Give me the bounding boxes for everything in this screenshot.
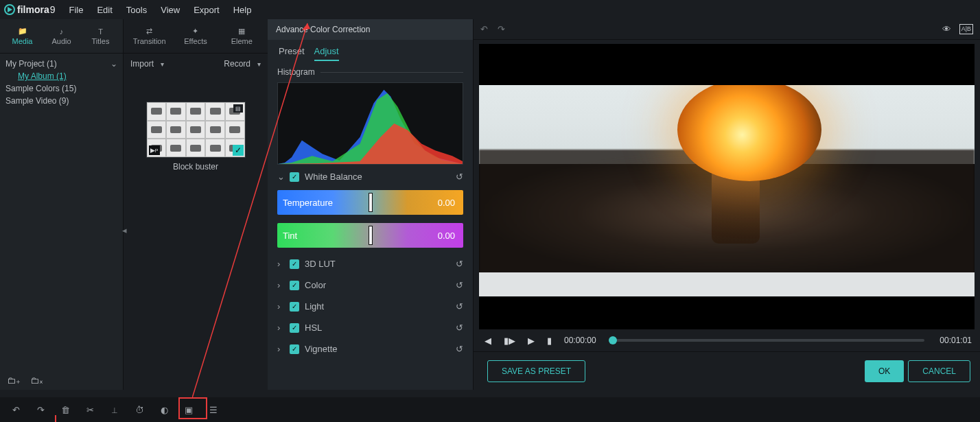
check-icon: ✓: [233, 145, 244, 156]
color-panel-title: Advance Color Correction: [268, 19, 473, 40]
divider: [320, 72, 463, 73]
menu-tools[interactable]: Tools: [119, 0, 154, 19]
chevron-right-icon[interactable]: ›: [277, 323, 284, 333]
slider-knob[interactable]: [369, 226, 373, 245]
menu-export[interactable]: Export: [187, 0, 226, 19]
redo-icon[interactable]: ↷: [498, 24, 505, 34]
seek-bar[interactable]: [609, 339, 925, 342]
tree-album[interactable]: My Album (1): [5, 70, 117, 82]
settings-icon[interactable]: ☰: [207, 405, 220, 415]
splitter-handle[interactable]: ◂: [122, 220, 126, 240]
seek-playhead[interactable]: [609, 336, 617, 344]
step-back-button[interactable]: ▮▶: [501, 334, 518, 347]
app-version: 9: [50, 4, 56, 15]
section-label: Vignette: [305, 344, 337, 354]
save-preset-button[interactable]: SAVE AS PRESET: [487, 360, 585, 382]
project-tree: My Project (1) ⌄ My Album (1) Sample Col…: [0, 54, 123, 111]
reset-icon[interactable]: ↺: [456, 344, 463, 354]
tab-audio[interactable]: ♪ Audio: [42, 25, 81, 48]
section-hsl[interactable]: ›✓HSL↺: [268, 316, 473, 337]
menu-view[interactable]: View: [154, 0, 187, 19]
import-dropdown[interactable]: Import: [130, 59, 164, 69]
temperature-slider[interactable]: Temperature 0.00: [277, 190, 463, 215]
redo-icon[interactable]: ↷: [34, 405, 47, 415]
menu-file[interactable]: File: [62, 0, 90, 19]
play-overlay-icon[interactable]: ▶P: [149, 145, 160, 155]
checkbox[interactable]: ✓: [290, 281, 299, 290]
chevron-down-icon[interactable]: ⌄: [110, 59, 117, 69]
cut-icon[interactable]: ✂: [84, 405, 96, 415]
section-3dlut[interactable]: ›✓3D LUT↺: [268, 252, 473, 273]
tab-preset[interactable]: Preset: [279, 46, 305, 60]
ok-button[interactable]: OK: [865, 360, 904, 382]
menu-edit[interactable]: Edit: [90, 0, 119, 19]
checkbox[interactable]: ✓: [290, 259, 299, 269]
compare-icon[interactable]: A|B: [959, 24, 973, 34]
green-screen-icon[interactable]: ▣: [183, 405, 195, 415]
tint-slider[interactable]: Tint 0.00: [277, 223, 463, 248]
play-button[interactable]: ▶: [525, 334, 537, 347]
app-name: filmora: [17, 4, 49, 15]
record-dropdown[interactable]: Record: [224, 59, 261, 69]
prev-frame-button[interactable]: ◀: [482, 334, 494, 347]
tab-media[interactable]: 📁 Media: [3, 24, 42, 48]
clip-thumb[interactable]: ▶P ▤ ✓: [146, 102, 246, 158]
undo-icon[interactable]: ↶: [480, 24, 488, 34]
speed-icon[interactable]: ⏱: [133, 405, 145, 415]
section-white-balance[interactable]: ⌄ ✓ White Balance ↺: [268, 165, 473, 186]
tab-audio-label: Audio: [51, 37, 71, 45]
tree-sample-colors-label: Sample Colors (15): [5, 84, 76, 93]
dialog-buttons: SAVE AS PRESET OK CANCEL: [474, 351, 980, 390]
section-color[interactable]: ›✓Color↺: [268, 273, 473, 294]
preview-viewport[interactable]: [479, 44, 975, 329]
chevron-down-icon[interactable]: ⌄: [277, 172, 284, 182]
new-folder-icon[interactable]: 🗀₊: [7, 375, 21, 386]
left-bottom-tools: 🗀₊ 🗀ₓ: [0, 371, 123, 390]
checkbox[interactable]: ✓: [290, 302, 299, 312]
chevron-right-icon[interactable]: ›: [277, 344, 284, 354]
eye-icon[interactable]: 👁: [942, 24, 951, 34]
music-icon: ♪: [60, 27, 64, 36]
reset-icon[interactable]: ↺: [456, 259, 463, 269]
reset-icon[interactable]: ↺: [456, 323, 463, 333]
chevron-right-icon[interactable]: ›: [277, 259, 284, 269]
section-label: Color: [305, 280, 326, 290]
color-tabs: Preset Adjust: [268, 40, 473, 60]
reset-icon[interactable]: ↺: [456, 172, 463, 182]
tab-effects[interactable]: ✦ Effects: [172, 24, 218, 48]
checkbox[interactable]: ✓: [290, 344, 299, 354]
tab-transition-label: Transition: [133, 37, 166, 45]
tab-titles-label: Titles: [92, 37, 110, 45]
tab-titles[interactable]: T Titles: [81, 25, 120, 48]
tab-adjust[interactable]: Adjust: [314, 46, 339, 60]
folder-open-icon: 📁: [18, 27, 27, 36]
tree-album-label: My Album (1): [18, 71, 67, 81]
undo-icon[interactable]: ↶: [10, 405, 22, 415]
reset-icon[interactable]: ↺: [456, 280, 463, 290]
tool-tabs: 📁 Media ♪ Audio T Titles: [0, 19, 123, 54]
section-light[interactable]: ›✓Light↺: [268, 294, 473, 316]
trash-icon[interactable]: 🗑: [59, 405, 71, 415]
tab-media-label: Media: [12, 37, 33, 45]
reset-icon[interactable]: ↺: [456, 301, 463, 312]
stop-button[interactable]: ▮: [544, 334, 555, 347]
delete-folder-icon[interactable]: 🗀ₓ: [30, 375, 43, 386]
slider-knob[interactable]: [369, 193, 373, 212]
crop-icon[interactable]: ⟂: [108, 405, 121, 415]
tab-elements-label: Eleme: [231, 37, 253, 45]
filmstrip-icon: ▤: [233, 104, 243, 113]
cancel-button[interactable]: CANCEL: [908, 360, 970, 382]
menu-help[interactable]: Help: [226, 0, 259, 19]
checkbox[interactable]: ✓: [290, 323, 299, 333]
tree-sample-colors[interactable]: Sample Colors (15): [5, 82, 117, 95]
tab-transition[interactable]: ⇄ Transition: [126, 24, 172, 48]
chevron-right-icon[interactable]: ›: [277, 280, 284, 290]
tab-elements[interactable]: ▦ Eleme: [219, 24, 265, 48]
checkbox-wb[interactable]: ✓: [290, 172, 299, 182]
tree-root[interactable]: My Project (1) ⌄: [5, 58, 117, 70]
section-vignette[interactable]: ›✓Vignette↺: [268, 337, 473, 358]
histogram-header: Histogram: [268, 60, 473, 80]
tree-sample-video[interactable]: Sample Video (9): [5, 95, 117, 107]
chevron-right-icon[interactable]: ›: [277, 301, 284, 312]
color-correction-icon[interactable]: ◐: [158, 405, 170, 415]
